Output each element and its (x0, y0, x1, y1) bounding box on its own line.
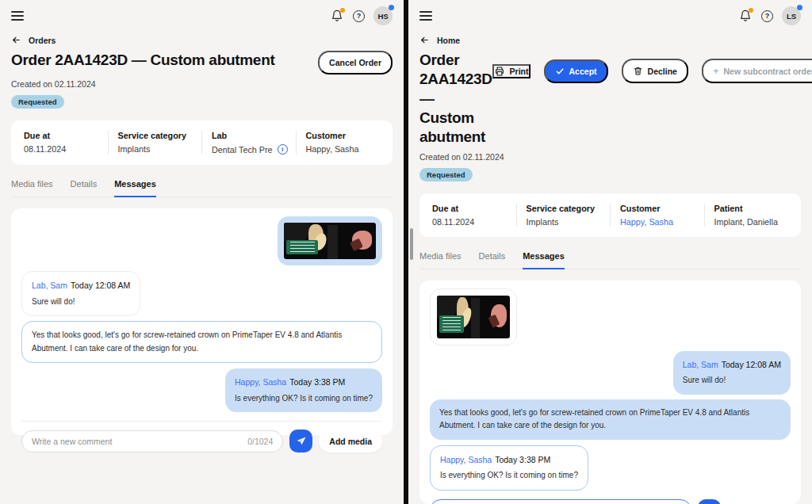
left-window: ? HS Orders Order 2AA1423D — Custom abut… (0, 0, 404, 504)
cancel-order-button[interactable]: Cancel Order (318, 51, 393, 74)
comment-input[interactable]: Write a new comment 0/1024 (21, 430, 283, 452)
attachment-thumbnail[interactable] (430, 288, 517, 346)
notification-dot (749, 8, 753, 13)
message-text: Is everything OK? Is it coming on time? (235, 392, 373, 406)
attachment-thumbnail[interactable] (278, 216, 382, 265)
right-window: ? LS Home Order 2AA1423D — Custom abutme… (408, 0, 812, 504)
info-service-category: Service category Implants (516, 204, 611, 227)
info-customer: Customer Happy, Sasha (610, 204, 704, 227)
avatar-initials: LS (787, 12, 796, 21)
new-subcontract-order-button[interactable]: + New subcontract order (702, 59, 812, 83)
char-counter: 0/1024 (247, 437, 273, 446)
message-bubble: Yes that looks good, let's go for screw-… (430, 399, 791, 440)
message-author[interactable]: Lab, Sam (683, 360, 718, 369)
message-author[interactable]: Happy, Sasha (235, 377, 286, 387)
message-author[interactable]: Lab, Sam (32, 281, 67, 290)
top-bar: ? HS (11, 0, 393, 26)
breadcrumb-label: Orders (29, 36, 56, 45)
messages-panel: Lab, SamToday 12:08 AM Sure will do! Yes… (419, 281, 801, 504)
info-patient: Patient Implant, Daniella (704, 204, 799, 227)
tab-details[interactable]: Details (479, 251, 506, 269)
message-bubble: Lab, SamToday 12:08 AM Sure will do! (21, 271, 140, 316)
breadcrumb[interactable]: Orders (11, 35, 393, 45)
info-icon[interactable]: i (278, 144, 288, 155)
check-icon (555, 67, 565, 76)
back-arrow-icon (11, 35, 21, 45)
status-badge: Requested (11, 95, 64, 109)
message-bubble: Happy, SashaToday 3:38 PM Is everything … (430, 445, 588, 491)
notification-dot (340, 8, 345, 13)
menu-icon[interactable] (419, 11, 432, 21)
breadcrumb[interactable]: Home (419, 35, 801, 45)
created-date: Created on 02.11.2024 (11, 79, 393, 89)
avatar-status-dot (389, 5, 394, 10)
info-lab: Lab Dental Tech Pre i (201, 131, 296, 155)
order-actions: Print Accept Decline + New subcontract o… (492, 59, 812, 83)
add-media-button[interactable]: Add media (319, 430, 382, 452)
send-button[interactable] (289, 430, 312, 452)
message-time: Today 12:08 AM (71, 281, 130, 290)
accept-button[interactable]: Accept (544, 59, 608, 83)
info-service-category: Service category Implants (108, 131, 202, 155)
order-info-card: Due at 08.11.2024 Service category Impla… (419, 193, 801, 237)
tab-bar: Media files Details Messages (11, 179, 393, 197)
info-due-at: Due at 08.11.2024 (14, 131, 108, 155)
avatar-status-dot (797, 5, 802, 10)
message-text: Sure will do! (683, 374, 781, 388)
printer-icon (494, 66, 505, 77)
tab-messages[interactable]: Messages (523, 251, 565, 269)
help-icon[interactable]: ? (761, 10, 773, 22)
notifications-button[interactable] (330, 9, 344, 23)
message-text: Yes that looks good, let's go for screw-… (439, 407, 781, 433)
tab-details[interactable]: Details (71, 179, 98, 197)
decline-button[interactable]: Decline (622, 59, 688, 83)
tab-media-files[interactable]: Media files (11, 179, 53, 197)
breadcrumb-label: Home (437, 36, 460, 45)
message-time: Today 3:38 PM (495, 455, 550, 464)
message-bubble: Yes that looks good, let's go for screw-… (21, 321, 382, 363)
message-author[interactable]: Happy, Sasha (440, 455, 492, 464)
menu-icon[interactable] (11, 11, 24, 21)
avatar[interactable]: HS (373, 6, 393, 25)
page-title: Order 2AA1423D — Custom abutment (419, 51, 492, 147)
send-button[interactable] (698, 499, 721, 504)
message-text: Sure will do! (32, 296, 130, 309)
avatar[interactable]: LS (782, 6, 801, 25)
comment-placeholder: Write a new comment (32, 437, 112, 446)
order-info-card: Due at 08.11.2024 Service category Impla… (11, 120, 393, 165)
composer-divider (21, 421, 382, 422)
message-time: Today 3:38 PM (289, 377, 345, 387)
plus-icon: + (713, 66, 719, 76)
comment-input[interactable]: Yes relax 9/1024 (430, 499, 691, 504)
tab-media-files[interactable]: Media files (419, 251, 462, 269)
message-text: Is everything OK? Is it coming on time? (440, 469, 578, 483)
help-icon[interactable]: ? (353, 10, 365, 22)
info-due-at: Due at 08.11.2024 (423, 204, 516, 227)
info-customer: Customer Happy, Sasha (296, 131, 390, 155)
composer: Yes relax 9/1024 Add media (430, 499, 791, 504)
trash-icon (633, 66, 643, 76)
message-time: Today 12:08 AM (722, 360, 781, 369)
scrollbar-thumb[interactable] (410, 228, 413, 260)
message-bubble: Happy, SashaToday 3:38 PM Is everything … (225, 368, 382, 412)
composer: Write a new comment 0/1024 Add media (21, 430, 382, 452)
created-date: Created on 02.11.2024 (419, 152, 801, 162)
notifications-button[interactable] (738, 9, 753, 23)
tab-messages[interactable]: Messages (114, 179, 156, 197)
messages-panel: Lab, SamToday 12:08 AM Sure will do! Yes… (11, 208, 393, 435)
avatar-initials: HS (377, 12, 388, 21)
top-bar: ? LS (419, 0, 801, 26)
paper-plane-icon (296, 436, 307, 447)
add-media-button[interactable]: Add media (727, 499, 791, 504)
back-arrow-icon (419, 35, 430, 45)
message-bubble: Lab, SamToday 12:08 AM Sure will do! (673, 351, 791, 395)
message-text: Yes that looks good, let's go for screw-… (32, 329, 372, 355)
tab-bar: Media files Details Messages (419, 251, 801, 269)
customer-link[interactable]: Happy, Sasha (620, 217, 673, 227)
page-title: Order 2AA1423D — Custom abutment (11, 51, 274, 70)
print-button[interactable]: Print (492, 64, 530, 78)
status-badge: Requested (419, 168, 473, 181)
